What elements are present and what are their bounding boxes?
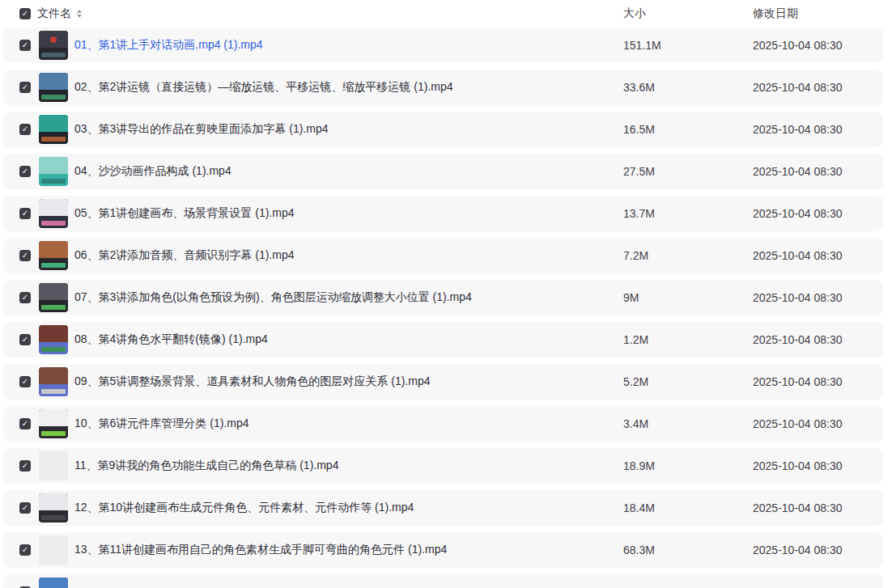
file-thumbnail [39,157,68,186]
row-checkbox[interactable]: ✓ [19,82,31,93]
file-thumbnail [39,31,68,60]
column-header-date: 修改日期 [753,6,892,21]
thumbnail-bottom-bar [41,179,66,184]
check-icon: ✓ [22,504,28,512]
table-row[interactable]: ✓ 13、第11讲创建画布用自己的角色素材生成手脚可弯曲的角色元件 (1).mp… [3,532,883,568]
file-size: 68.3M [623,544,753,556]
file-size: 18.9M [623,459,753,472]
thumbnail-top-region [39,409,68,426]
check-icon: ✓ [22,10,28,18]
row-checkbox[interactable]: ✓ [19,208,31,219]
check-icon: ✓ [22,167,28,176]
file-name-link[interactable]: 04、沙沙动画作品构成 (1).mp4 [74,164,231,177]
file-date: 2025-10-04 08:30 [753,375,883,388]
row-checkbox[interactable]: ✓ [19,544,31,556]
file-thumbnail [39,367,68,396]
file-thumbnail [39,199,68,228]
file-name-cell: 01、第1讲上手对话动画.mp4 (1).mp4 [74,38,623,53]
file-size: 9M [623,291,753,304]
file-name-link[interactable]: 13、第11讲创建画布用自己的角色素材生成手脚可弯曲的角色元件 (1).mp4 [74,543,447,556]
table-row[interactable]: ✓ 12、第10讲创建画布生成元件角色、元件素材、元件动作等 (1).mp4 1… [3,490,883,526]
thumbnail-bottom-bar [41,53,66,57]
check-icon: ✓ [22,252,28,260]
file-date: 2025-10-04 08:30 [753,501,883,514]
table-row[interactable]: ✓ 02、第2讲运镜（直接运镜）—缩放运镜、平移运镜、缩放平移运镜 (1).mp… [3,70,883,105]
thumbnail-top-region [39,241,68,258]
file-thumbnail [39,241,68,270]
file-thumbnail [39,451,68,480]
row-checkbox[interactable]: ✓ [19,40,31,51]
table-row[interactable]: ✓ 07、第3讲添加角色(以角色预设为例)、角色图层运动缩放调整大小位置 (1)… [3,280,883,315]
table-row[interactable]: ✓ 05、第1讲创建画布、场景背景设置 (1).mp4 13.7M 2025-1… [3,196,883,231]
table-row[interactable]: ✓ 01、第1讲上手对话动画.mp4 (1).mp4 151.1M 2025-1… [3,27,883,63]
file-name-link[interactable]: 02、第2讲运镜（直接运镜）—缩放运镜、平移运镜、缩放平移运镜 (1).mp4 [74,80,452,93]
table-row[interactable]: ✓ 03、第3讲导出的作品在剪映里面添加字幕 (1).mp4 16.5M 202… [3,112,883,147]
table-row[interactable]: ✓ 04、沙沙动画作品构成 (1).mp4 27.5M 2025-10-04 0… [3,154,883,189]
file-size: 13.7M [623,207,753,220]
file-thumbnail [39,283,68,312]
column-header-filename[interactable]: 文件名 [37,6,623,21]
thumbnail-bottom-bar [41,95,66,99]
thumbnail-top-region [39,367,68,384]
file-size: 3.4M [623,417,753,430]
file-name-cell: 06、第2讲添加音频、音频识别字幕 (1).mp4 [74,248,623,263]
row-checkbox[interactable]: ✓ [19,376,31,387]
file-date: 2025-10-04 08:30 [753,249,883,262]
file-name-link[interactable]: 07、第3讲添加角色(以角色预设为例)、角色图层运动缩放调整大小位置 (1).m… [74,290,472,303]
table-row[interactable]: ✓ 08、第4讲角色水平翻转(镜像) (1).mp4 1.2M 2025-10-… [3,322,883,357]
thumbnail-bottom-bar [41,431,66,436]
sort-asc-desc-icon[interactable] [77,10,82,18]
check-icon: ✓ [22,294,28,302]
table-row[interactable]: ✓ 09、第5讲调整场景背景、道具素材和人物角色的图层对应关系 (1).mp4 … [3,364,883,400]
file-name-link[interactable]: 09、第5讲调整场景背景、道具素材和人物角色的图层对应关系 (1).mp4 [74,374,430,387]
row-checkbox[interactable]: ✓ [19,418,31,429]
file-size: 1.2M [623,333,753,346]
table-row[interactable]: ✓ 06、第2讲添加音频、音频识别字幕 (1).mp4 7.2M 2025-10… [3,238,883,273]
file-name-cell: 04、沙沙动画作品构成 (1).mp4 [74,164,623,179]
thumbnail-top-region [39,577,68,588]
file-name-link[interactable]: 12、第10讲创建画布生成元件角色、元件素材、元件动作等 (1).mp4 [74,501,414,514]
file-name-link[interactable]: 10、第6讲元件库管理分类 (1).mp4 [74,417,248,429]
file-name-link[interactable]: 08、第4讲角色水平翻转(镜像) (1).mp4 [74,332,268,345]
check-icon: ✓ [22,420,28,428]
file-date: 2025-10-04 08:30 [753,291,883,304]
table-row[interactable]: ✓ 11、第9讲我的角色功能生成自己的角色草稿 (1).mp4 18.9M 20… [3,448,883,484]
column-header-size: 大小 [623,6,753,21]
row-checkbox[interactable]: ✓ [19,166,31,177]
file-name-cell: 07、第3讲添加角色(以角色预设为例)、角色图层运动缩放调整大小位置 (1).m… [74,290,623,305]
row-checkbox[interactable]: ✓ [19,502,31,514]
row-checkbox[interactable]: ✓ [19,250,31,261]
file-name-link[interactable]: 01、第1讲上手对话动画.mp4 (1).mp4 [74,38,263,51]
thumbnail-bottom-bar [41,515,66,520]
file-name-link[interactable]: 11、第9讲我的角色功能生成自己的角色草稿 (1).mp4 [74,459,338,472]
table-row[interactable]: ✓ 10、第6讲元件库管理分类 (1).mp4 3.4M 2025-10-04 … [3,406,883,442]
thumbnail-bottom-bar [41,305,66,310]
file-name-cell: 11、第9讲我的角色功能生成自己的角色草稿 (1).mp4 [74,459,623,473]
file-thumbnail [39,325,68,354]
file-date: 2025-10-04 08:30 [753,81,883,94]
file-name-cell: 05、第1讲创建画布、场景背景设置 (1).mp4 [74,206,623,221]
file-name-cell: 12、第10讲创建画布生成元件角色、元件素材、元件动作等 (1).mp4 [74,501,623,515]
file-name-cell: 10、第6讲元件库管理分类 (1).mp4 [74,417,623,431]
file-name-link[interactable]: 05、第1讲创建画布、场景背景设置 (1).mp4 [74,206,294,219]
row-checkbox[interactable]: ✓ [19,124,31,135]
select-all-checkbox[interactable]: ✓ [19,8,31,19]
table-row[interactable]: ✓ [3,574,883,588]
thumbnail-bottom-bar [41,347,66,352]
thumbnail-bottom-bar [41,263,66,268]
file-date: 2025-10-04 08:30 [753,544,883,556]
file-size: 27.5M [623,165,753,178]
thumbnail-top-region [39,115,68,132]
thumbnail-top-region [39,493,68,510]
row-checkbox[interactable]: ✓ [19,460,31,472]
file-name-link[interactable]: 03、第3讲导出的作品在剪映里面添加字幕 (1).mp4 [74,122,328,135]
file-size: 16.5M [623,123,753,136]
file-date: 2025-10-04 08:30 [753,165,883,178]
file-thumbnail [39,409,68,438]
row-checkbox[interactable]: ✓ [19,334,31,345]
row-checkbox[interactable]: ✓ [19,292,31,303]
file-name-link[interactable]: 06、第2讲添加音频、音频识别字幕 (1).mp4 [74,248,294,261]
file-thumbnail [39,73,68,102]
file-date: 2025-10-04 08:30 [753,459,883,472]
file-name-cell: 13、第11讲创建画布用自己的角色素材生成手脚可弯曲的角色元件 (1).mp4 [74,543,623,557]
